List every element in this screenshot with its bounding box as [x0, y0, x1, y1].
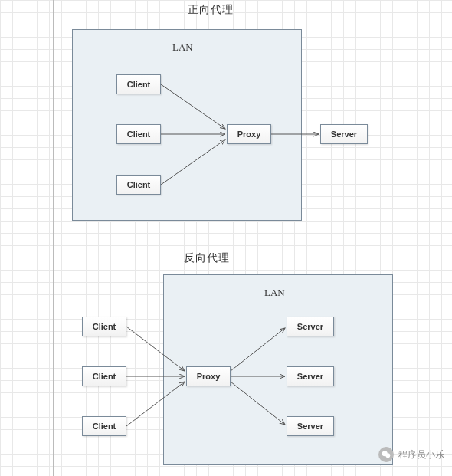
diagram2-title: 反向代理	[184, 251, 230, 265]
diagram1-server: Server	[320, 124, 368, 144]
diagram1-lan-label: LAN	[172, 41, 193, 54]
diagram1-client2: Client	[116, 124, 161, 144]
watermark-text: 程序员小乐	[398, 448, 444, 461]
diagram1-client1: Client	[116, 74, 161, 94]
wechat-icon	[378, 447, 394, 462]
svg-point-1	[385, 453, 390, 458]
diagram2-client3: Client	[82, 416, 126, 436]
margin-border	[0, 0, 54, 476]
diagram1-proxy: Proxy	[227, 124, 271, 144]
watermark: 程序员小乐	[378, 447, 444, 462]
diagram2-server2: Server	[287, 366, 334, 386]
diagram2-server1: Server	[287, 317, 334, 336]
diagram1-title: 正向代理	[188, 3, 234, 17]
diagram2-proxy: Proxy	[186, 366, 231, 386]
diagram2-client1: Client	[82, 317, 126, 336]
diagram2-client2: Client	[82, 366, 126, 386]
diagram2-lan-label: LAN	[264, 287, 285, 299]
diagram1-client3: Client	[116, 175, 161, 195]
diagram2-server3: Server	[287, 416, 334, 436]
